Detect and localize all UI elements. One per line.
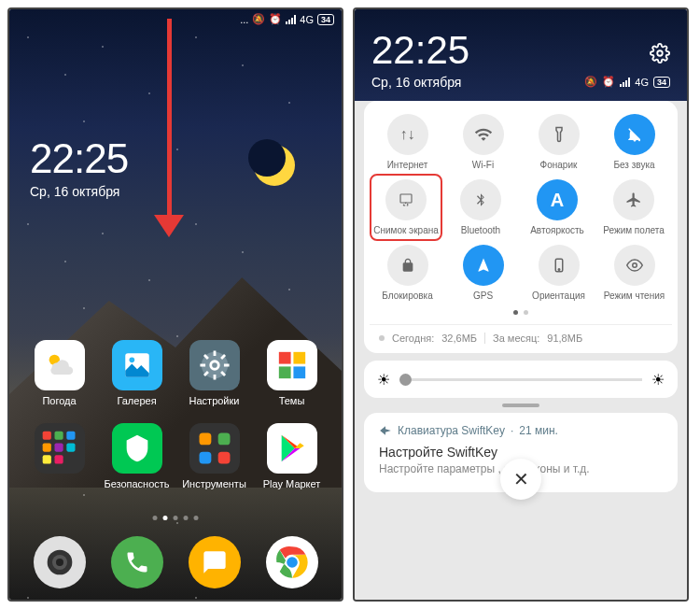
dock-camera[interactable] xyxy=(34,536,86,588)
month-label: За месяц: xyxy=(493,333,539,344)
app-label: Инструменты xyxy=(182,478,246,489)
app-label: Темы xyxy=(279,395,305,406)
weather-moon-icon[interactable] xyxy=(254,145,295,186)
clock-time: 22:25 xyxy=(30,135,128,182)
phone-left: ... 🔕 ⏰ 4G 34 22:25 Ср, 16 октября Погод… xyxy=(7,7,343,602)
screenshot-icon xyxy=(385,179,427,220)
svg-point-30 xyxy=(558,269,560,271)
wifi-icon xyxy=(463,114,504,155)
svg-rect-6 xyxy=(293,352,305,364)
qs-tile-wifi[interactable]: Wi-Fi xyxy=(447,114,520,170)
notif-title: Настройте SwiftKey xyxy=(379,445,663,460)
gallery-icon xyxy=(112,340,162,390)
drag-handle[interactable] xyxy=(502,404,539,407)
quick-settings-panel: ↑↓ Интернет Wi-Fi Фонарик Без звука Сним… xyxy=(364,101,678,353)
month-value: 91,8МБ xyxy=(547,333,582,344)
swiftkey-icon xyxy=(379,424,392,437)
qs-label: Снимок экрана xyxy=(373,225,439,235)
data-usage-row[interactable]: Сегодня: 32,6МБ За месяц: 91,8МБ xyxy=(370,324,672,344)
flashlight-icon xyxy=(539,114,580,155)
qs-tile-internet[interactable]: ↑↓ Интернет xyxy=(371,114,444,170)
qs-page-indicator xyxy=(370,310,672,315)
qs-label: Wi-Fi xyxy=(472,160,494,170)
svg-rect-15 xyxy=(42,455,50,463)
app-label: Погода xyxy=(42,395,76,406)
lock-icon xyxy=(387,245,428,286)
panel-time: 22:25 xyxy=(371,28,670,73)
app-label: Безопасность xyxy=(104,478,169,489)
dock xyxy=(9,536,342,588)
qs-tile-lock[interactable]: Блокировка xyxy=(371,245,444,301)
tools-icon xyxy=(189,423,240,474)
bell-off-icon: 🔕 xyxy=(584,76,597,88)
app-themes[interactable]: Темы xyxy=(257,340,328,406)
reading-icon xyxy=(614,245,655,286)
svg-point-23 xyxy=(56,559,63,566)
settings-button[interactable] xyxy=(650,43,670,67)
qs-tile-autobright[interactable]: A Автояркость xyxy=(521,179,594,235)
app-settings[interactable]: Настройки xyxy=(179,340,250,406)
notif-dot: · xyxy=(511,424,513,437)
app-grid: Погода Галерея Настройки Темы Безопаснос… xyxy=(9,340,342,506)
app-weather[interactable]: Погода xyxy=(24,340,95,406)
swipe-down-annotation xyxy=(167,19,184,237)
dock-phone[interactable] xyxy=(111,536,163,588)
qs-tile-bluetooth[interactable]: Bluetooth xyxy=(444,179,517,235)
brightness-low-icon: ☀ xyxy=(377,371,390,389)
battery-indicator: 34 xyxy=(653,77,670,88)
dock-messages[interactable] xyxy=(189,536,241,588)
qs-tile-orientation[interactable]: Ориентация xyxy=(523,245,595,301)
folder-icon xyxy=(35,423,85,474)
today-label: Сегодня: xyxy=(392,333,434,344)
app-folder[interactable] xyxy=(24,423,95,489)
page-indicator xyxy=(153,516,199,520)
silent-icon xyxy=(614,114,655,155)
qs-tile-flashlight[interactable]: Фонарик xyxy=(523,114,595,170)
svg-rect-12 xyxy=(42,444,50,452)
panel-status-icons: 🔕 ⏰ 4G 34 xyxy=(584,76,670,88)
close-icon: ✕ xyxy=(513,468,529,490)
slider-thumb[interactable] xyxy=(399,374,412,386)
status-bar: ... 🔕 ⏰ 4G 34 xyxy=(240,13,334,25)
qs-tile-screenshot[interactable]: Снимок экрана xyxy=(370,174,442,241)
settings-icon xyxy=(189,340,240,390)
svg-point-27 xyxy=(657,50,663,56)
svg-rect-20 xyxy=(217,452,230,464)
dock-chrome[interactable] xyxy=(266,536,318,588)
internet-icon: ↑↓ xyxy=(387,114,428,155)
slider-track[interactable] xyxy=(399,378,642,381)
signal-icon xyxy=(620,78,630,87)
app-tools[interactable]: Инструменты xyxy=(179,423,250,489)
phone-right: 22:25 Ср, 16 октября 🔕 ⏰ 4G 34 ↑↓ Интерн… xyxy=(353,7,689,602)
brightness-high-icon: ☀ xyxy=(651,371,665,389)
clear-notifications-button[interactable]: ✕ xyxy=(500,459,541,500)
app-security[interactable]: Безопасность xyxy=(102,423,173,489)
svg-rect-5 xyxy=(278,352,290,364)
home-screen[interactable]: ... 🔕 ⏰ 4G 34 22:25 Ср, 16 октября Погод… xyxy=(9,9,342,600)
qs-label: Ориентация xyxy=(532,290,585,301)
gear-icon xyxy=(650,43,670,64)
network-type: 4G xyxy=(300,14,314,25)
brightness-slider[interactable]: ☀ ☀ xyxy=(364,361,678,398)
qs-tile-silent[interactable]: Без звука xyxy=(598,114,671,170)
app-label: Play Маркет xyxy=(263,478,321,489)
svg-point-31 xyxy=(632,263,637,268)
notification-card[interactable]: Клавиатура SwiftKey · 21 мин. Настройте … xyxy=(364,413,678,492)
app-gallery[interactable]: Галерея xyxy=(102,340,173,406)
qs-label: Режим полета xyxy=(603,225,664,235)
clock-widget[interactable]: 22:25 Ср, 16 октября xyxy=(30,135,128,199)
qs-label: Фонарик xyxy=(540,160,578,170)
qs-tile-reading[interactable]: Режим чтения xyxy=(598,245,671,301)
qs-label: Блокировка xyxy=(382,290,433,301)
qs-tile-gps[interactable]: GPS xyxy=(447,245,520,301)
qs-label: Режим чтения xyxy=(604,290,665,301)
notif-app-name: Клавиатура SwiftKey xyxy=(398,424,505,437)
qs-tile-airplane[interactable]: Режим полета xyxy=(597,179,670,235)
themes-icon xyxy=(267,340,317,390)
svg-rect-9 xyxy=(42,432,50,440)
app-playstore[interactable]: Play Маркет xyxy=(257,423,328,489)
notification-panel[interactable]: 22:25 Ср, 16 октября 🔕 ⏰ 4G 34 ↑↓ Интерн… xyxy=(355,9,687,600)
battery-indicator: 34 xyxy=(317,14,334,25)
svg-point-26 xyxy=(286,556,298,568)
svg-rect-7 xyxy=(278,366,290,378)
